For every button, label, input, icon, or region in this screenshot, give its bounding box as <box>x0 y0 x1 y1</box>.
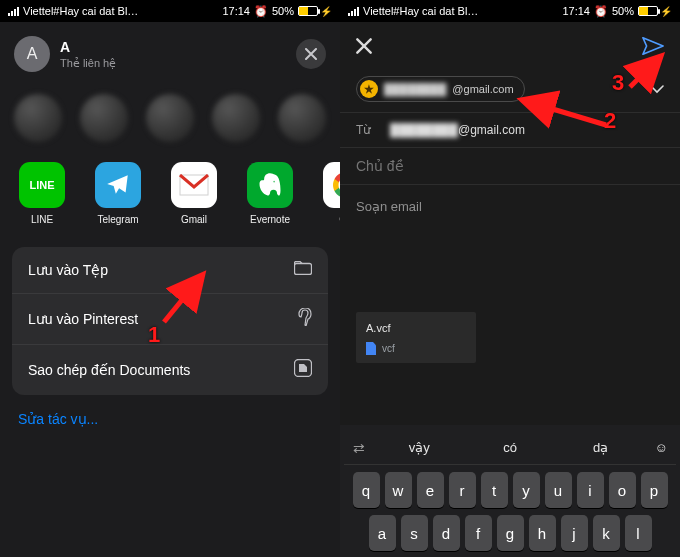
suggestion[interactable]: vậy <box>374 440 465 455</box>
app-label: LINE <box>31 214 53 225</box>
action-label: Lưu vào Tệp <box>28 262 108 278</box>
carrier-text: Viettel#Hay cai dat Bl… <box>363 5 478 17</box>
close-icon <box>356 38 372 54</box>
status-time: 17:14 <box>562 5 590 17</box>
recipient-avatar-icon: ★ <box>360 80 378 98</box>
person-avatar[interactable] <box>212 94 260 142</box>
send-button[interactable] <box>642 36 664 56</box>
key-y[interactable]: y <box>513 472 540 508</box>
share-app-evernote[interactable]: Evernote <box>242 162 298 225</box>
key-s[interactable]: s <box>401 515 428 551</box>
svg-rect-1 <box>295 264 312 275</box>
recipient-chip[interactable]: ★ ████████ @gmail.com <box>356 76 525 102</box>
subject-input[interactable] <box>356 158 664 174</box>
edit-actions-link[interactable]: Sửa tác vụ... <box>0 395 340 443</box>
contact-avatar: A <box>14 36 50 72</box>
recipient-masked: ████████ <box>384 83 446 95</box>
app-label: Gmail <box>181 214 207 225</box>
key-d[interactable]: d <box>433 515 460 551</box>
emoji-button[interactable]: ☺ <box>646 440 676 455</box>
share-app-telegram[interactable]: Telegram <box>90 162 146 225</box>
key-f[interactable]: f <box>465 515 492 551</box>
battery-pct: 50% <box>612 5 634 17</box>
key-h[interactable]: h <box>529 515 556 551</box>
status-bar: Viettel#Hay cai dat Bl… 17:14 ⏰ 50% ⚡ <box>0 0 340 22</box>
charging-icon: ⚡ <box>320 6 332 17</box>
key-q[interactable]: q <box>353 472 380 508</box>
app-label: Evernote <box>250 214 290 225</box>
keyboard-collapse-button[interactable]: ⇄ <box>344 440 374 456</box>
close-compose-button[interactable] <box>356 38 372 54</box>
share-app-google[interactable]: Go <box>318 162 340 225</box>
charging-icon: ⚡ <box>660 6 672 17</box>
share-header: A A Thẻ liên hệ <box>0 22 340 82</box>
subject-field[interactable] <box>340 148 680 185</box>
key-e[interactable]: e <box>417 472 444 508</box>
annotation-number-3: 3 <box>612 70 624 96</box>
recipient-suffix: @gmail.com <box>452 83 513 95</box>
documents-icon <box>294 359 312 381</box>
key-u[interactable]: u <box>545 472 572 508</box>
body-placeholder[interactable]: Soạn email <box>340 185 680 214</box>
key-k[interactable]: k <box>593 515 620 551</box>
share-app-gmail[interactable]: Gmail <box>166 162 222 225</box>
key-r[interactable]: r <box>449 472 476 508</box>
line-icon: LINE <box>19 162 65 208</box>
key-l[interactable]: l <box>625 515 652 551</box>
keyboard-row-1: qwertyuiop <box>344 472 676 508</box>
key-a[interactable]: a <box>369 515 396 551</box>
key-t[interactable]: t <box>481 472 508 508</box>
keyboard-row-2: asdfghjkl <box>344 515 676 551</box>
attachment-type: vcf <box>382 343 395 354</box>
from-field[interactable]: Từ ████████@gmail.com <box>340 113 680 148</box>
annotation-arrow-3 <box>626 55 666 91</box>
contact-subtitle: Thẻ liên hệ <box>60 57 286 70</box>
from-label: Từ <box>356 123 382 137</box>
action-label: Sao chép đến Documents <box>28 362 190 378</box>
annotation-arrow-1 <box>160 270 210 326</box>
evernote-icon <box>247 162 293 208</box>
annotation-number-1: 1 <box>148 322 160 348</box>
app-label: Telegram <box>97 214 138 225</box>
google-icon <box>323 162 340 208</box>
battery-icon <box>638 6 658 16</box>
send-icon <box>642 36 664 56</box>
contact-name: A <box>60 39 286 55</box>
keyboard: ⇄ vậy có dạ ☺ qwertyuiop asdfghjkl <box>340 425 680 557</box>
person-avatar[interactable] <box>80 94 128 142</box>
key-j[interactable]: j <box>561 515 588 551</box>
share-app-row: LINE LINE Telegram Gmail Evernote Go <box>0 158 340 239</box>
share-app-line[interactable]: LINE LINE <box>14 162 70 225</box>
action-label: Lưu vào Pinterest <box>28 311 138 327</box>
person-avatar[interactable] <box>146 94 194 142</box>
from-value: ████████@gmail.com <box>390 123 525 137</box>
alarm-icon: ⏰ <box>594 5 608 18</box>
suggestion[interactable]: có <box>465 440 556 455</box>
alarm-icon: ⏰ <box>254 5 268 18</box>
suggestion[interactable]: dạ <box>555 440 646 455</box>
person-avatar[interactable] <box>278 94 326 142</box>
folder-icon <box>294 261 312 279</box>
attachment-card[interactable]: A.vcf vcf <box>356 312 476 363</box>
annotation-arrow-2 <box>520 95 610 135</box>
close-button[interactable] <box>296 39 326 69</box>
key-w[interactable]: w <box>385 472 412 508</box>
pin-icon <box>298 308 312 330</box>
action-copy-to-documents[interactable]: Sao chép đến Documents <box>12 345 328 395</box>
suggestion-bar: ⇄ vậy có dạ ☺ <box>344 431 676 465</box>
signal-icon <box>8 7 19 16</box>
key-o[interactable]: o <box>609 472 636 508</box>
key-i[interactable]: i <box>577 472 604 508</box>
status-time: 17:14 <box>222 5 250 17</box>
key-p[interactable]: p <box>641 472 668 508</box>
file-icon <box>366 342 376 355</box>
battery-pct: 50% <box>272 5 294 17</box>
key-g[interactable]: g <box>497 515 524 551</box>
carrier-text: Viettel#Hay cai dat Bl… <box>23 5 138 17</box>
telegram-icon <box>95 162 141 208</box>
people-suggestions[interactable] <box>0 82 340 158</box>
person-avatar[interactable] <box>14 94 62 142</box>
signal-icon <box>348 7 359 16</box>
close-icon <box>305 48 317 60</box>
battery-icon <box>298 6 318 16</box>
